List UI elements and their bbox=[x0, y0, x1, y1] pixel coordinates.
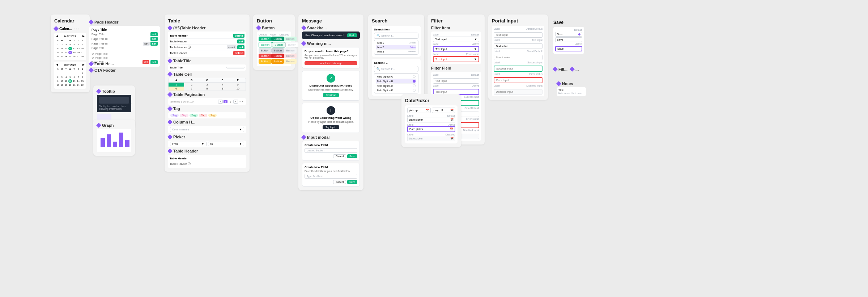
search-title: Search bbox=[372, 18, 421, 24]
snackbar-label: Snackba... bbox=[302, 26, 360, 30]
table-h5-content: Table Header delete Table Header set Tab… bbox=[168, 32, 246, 57]
ph-title-3: Page Title III bbox=[92, 37, 149, 41]
success-btn[interactable]: Continue bbox=[323, 93, 339, 97]
portal-input-3[interactable] bbox=[494, 55, 542, 60]
btn-gray-disabled: Button bbox=[284, 48, 297, 53]
btn-gray-default[interactable]: Button bbox=[259, 48, 271, 53]
svg-rect-4 bbox=[125, 140, 129, 147]
date-default[interactable]: Date picker📅 bbox=[407, 117, 455, 122]
modal-desc: Enter the details for your new field bel… bbox=[305, 170, 357, 172]
svg-rect-0 bbox=[101, 138, 105, 147]
tag-label: Tag bbox=[168, 106, 246, 111]
portal-input-5[interactable] bbox=[494, 77, 542, 83]
column-h-content: Column name ▼ bbox=[168, 126, 246, 133]
tag-1: Tag bbox=[170, 114, 179, 117]
date-from[interactable]: pick up📅 bbox=[407, 108, 431, 113]
btn-red-hover[interactable]: Button bbox=[271, 54, 284, 58]
calendar-mini-2: ◀OCT 2022▶ S M T W T F S 1 234 5678 9101… bbox=[54, 62, 86, 89]
tooltip-dots: ··· bbox=[126, 101, 133, 106]
filter-field-input-default[interactable] bbox=[433, 78, 479, 84]
btn-green-default[interactable]: Button bbox=[259, 37, 271, 41]
success-title: Distributor Successfully Added bbox=[305, 84, 357, 87]
save-row-1[interactable]: Save bbox=[555, 32, 582, 37]
tag-5: Tag bbox=[208, 114, 217, 117]
fill-label: Fill... bbox=[553, 67, 567, 71]
btn-red-default[interactable]: Button bbox=[259, 54, 271, 58]
ph-row-5: Page Title bbox=[92, 46, 158, 50]
calendar-mini-1: ◀MAY 2022▶ S M T W T F S 123 4567 8910 1… bbox=[54, 33, 86, 60]
message-card: Message Snackba... Your Changes have bee… bbox=[298, 14, 363, 190]
btn-outline-hover[interactable]: Button bbox=[272, 42, 285, 47]
picker-to[interactable]: To▼ bbox=[208, 142, 244, 146]
snackbar-undo-btn[interactable]: Undo bbox=[347, 33, 357, 37]
modal-input-1[interactable]: created Section bbox=[305, 148, 357, 153]
search-item-section: Search Item 🔍 Search I... Item 1Default … bbox=[372, 26, 421, 57]
datepicker-title: DatePicker bbox=[405, 98, 458, 103]
date-disabled: Date picker📅 bbox=[407, 136, 455, 141]
save-row-3[interactable]: Save bbox=[555, 46, 582, 51]
graph-svg bbox=[99, 131, 133, 149]
table-title-content: Table Title bbox=[168, 64, 246, 71]
ph-title-2: Page Title bbox=[92, 33, 149, 36]
prev-btn[interactable]: ‹ bbox=[218, 100, 222, 104]
filter-item-select-active[interactable]: Text input▼ bbox=[433, 46, 479, 52]
btn-yellow-default[interactable]: Button bbox=[259, 59, 271, 64]
btn-yellow-disabled: Button bbox=[284, 59, 297, 64]
button-content: Default Hover Disabled Button Button But… bbox=[257, 32, 291, 66]
table-cell-label: Table Cell bbox=[168, 72, 246, 76]
btn-outline-default[interactable]: Button bbox=[259, 42, 272, 47]
filter-item-select[interactable]: Text input▼ bbox=[433, 37, 479, 42]
table-header-bottom-label: Table Header bbox=[168, 149, 246, 153]
date-to[interactable]: drop off📅 bbox=[432, 108, 455, 113]
ph-badge-1: set bbox=[150, 32, 158, 36]
btn-gray-hover[interactable]: Button bbox=[271, 48, 284, 53]
modal-cancel-2[interactable]: Cancel bbox=[333, 180, 346, 184]
modal-cancel-1[interactable]: Cancel bbox=[333, 154, 346, 158]
graph-card: Graph bbox=[93, 120, 135, 156]
warning-confirm-btn[interactable]: Yes, leave this page bbox=[305, 61, 357, 65]
portal-input-2[interactable] bbox=[494, 43, 542, 49]
ph-badge-4: set bbox=[150, 42, 158, 46]
picker-from[interactable]: From▼ bbox=[170, 142, 207, 146]
warning-title: Do you want to leave this page? bbox=[305, 50, 357, 53]
message-title: Message bbox=[302, 18, 360, 24]
error-btn[interactable]: Try Again bbox=[323, 125, 339, 129]
table-h5-label: (H5)Table Header bbox=[168, 26, 246, 30]
tag-3: Tag bbox=[190, 114, 198, 117]
portal-content: LabelDefault/Default LabelText input Lab… bbox=[492, 26, 544, 96]
pagination-dots: ··· bbox=[239, 100, 244, 104]
state-disabled: Disabled bbox=[280, 33, 289, 36]
modal-save-1[interactable]: Save bbox=[347, 154, 357, 158]
modal-save-2[interactable]: Save bbox=[347, 180, 357, 184]
ph-badge-2: set bbox=[150, 37, 158, 41]
cta-footer-label: CTA Footer bbox=[89, 68, 160, 72]
search-field-input[interactable]: 🔍 Search F... bbox=[374, 66, 418, 72]
table-h5-row: Table Header delete bbox=[170, 33, 244, 39]
cal-month-2: ◀OCT 2022▶ bbox=[56, 63, 84, 66]
tbl-badge-2: set bbox=[237, 39, 244, 43]
column-h-input[interactable]: Column name ▼ bbox=[170, 127, 244, 132]
filter-item-select-error[interactable]: Text input▼ bbox=[433, 56, 479, 62]
form-he-label: Form He... bbox=[89, 62, 160, 66]
search-item-input[interactable]: 🔍 Search I... bbox=[374, 33, 418, 39]
tbl-badge-5: delete bbox=[233, 51, 244, 55]
calendar-dots: ··· bbox=[74, 26, 80, 32]
btn-yellow-hover[interactable]: Button bbox=[271, 59, 284, 64]
modal-input-2[interactable]: Type field here... bbox=[305, 174, 357, 179]
cal-month-1: ◀MAY 2022▶ bbox=[56, 35, 84, 38]
ph-row-6: ⊕ Page Title bbox=[92, 52, 158, 55]
notes-label: Notes bbox=[557, 81, 586, 86]
portal-input-1[interactable] bbox=[494, 32, 542, 38]
tbl-badge-4: set bbox=[237, 45, 244, 49]
notes-section: Notes Title Note content text here... bbox=[557, 81, 586, 96]
table-title-input[interactable] bbox=[226, 67, 244, 68]
portal-input-4[interactable] bbox=[494, 66, 542, 72]
search-field-result-area: Field Option A Field Option B Field Opti… bbox=[374, 73, 418, 93]
next-btn[interactable]: › bbox=[233, 100, 238, 104]
warning-body: Are you sure you want to leave? Your cha… bbox=[305, 54, 357, 59]
ph-badge-3: set bbox=[143, 42, 150, 46]
save-row-2[interactable]: Save bbox=[555, 37, 582, 42]
graph-preview bbox=[97, 129, 131, 152]
date-active[interactable]: Date picker📅 bbox=[407, 126, 455, 132]
btn-green-hover[interactable]: Button bbox=[271, 37, 284, 41]
